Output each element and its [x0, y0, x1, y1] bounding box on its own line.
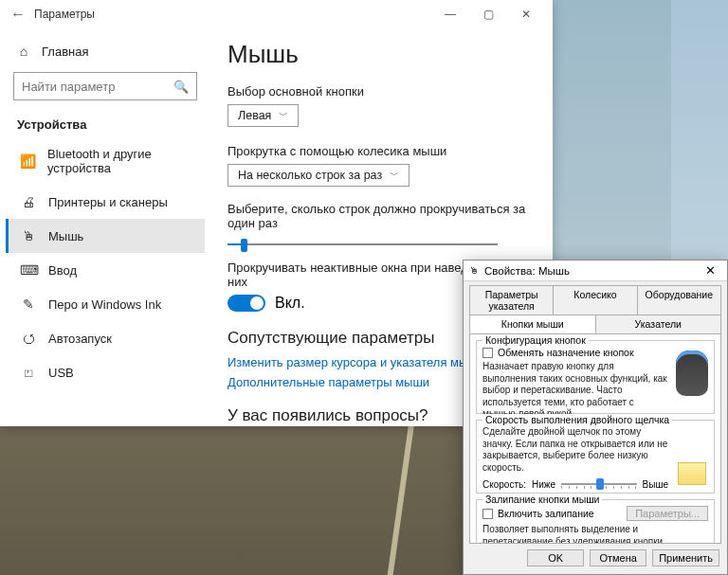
home-label: Главная [42, 45, 88, 59]
swap-buttons-checkbox[interactable] [482, 348, 493, 358]
group1-title: Конфигурация кнопок [482, 334, 589, 346]
minimize-button[interactable]: — [431, 0, 469, 28]
nav-label: USB [48, 366, 74, 380]
tab-hardware[interactable]: Оборудование [637, 285, 721, 314]
page-heading: Мышь [228, 40, 536, 69]
swap-buttons-label: Обменять назначение кнопок [498, 347, 634, 358]
swap-buttons-desc: Назначает правую кнопку для выполнения т… [482, 361, 668, 421]
speed-fast: Выше [643, 479, 668, 490]
primary-button-value: Левая [238, 109, 271, 122]
dialog-titlebar[interactable]: 🖱 Свойства: Мышь ✕ [464, 261, 727, 281]
clicklock-desc: Позволяет выполнять выделение и перетаск… [482, 524, 704, 544]
home-icon: ⌂ [15, 44, 32, 59]
dialog-title: Свойства: Мышь [484, 265, 570, 277]
tab-pointer-options[interactable]: Параметры указателя [469, 285, 554, 314]
sidebar-home[interactable]: ⌂ Главная [6, 38, 205, 64]
doubleclick-slider[interactable] [561, 477, 637, 491]
sidebar-item-typing[interactable]: ⌨ Ввод [6, 253, 205, 287]
tab-buttons[interactable]: Кнопки мыши [469, 314, 596, 333]
scroll-dropdown[interactable]: На несколько строк за раз ﹀ [228, 164, 410, 187]
sidebar-item-pen[interactable]: ✎ Перо и Windows Ink [6, 287, 205, 321]
dialog-tabs: Параметры указателя Колесико Оборудовани… [464, 281, 727, 333]
keyboard-icon: ⌨ [20, 262, 37, 278]
cancel-button[interactable]: Отмена [590, 549, 646, 566]
mouse-properties-dialog: 🖱 Свойства: Мышь ✕ Параметры указателя К… [463, 260, 728, 575]
mouse-small-icon: 🖱 [469, 265, 479, 276]
nav-label: Перо и Windows Ink [48, 297, 161, 312]
group2-title: Скорость выполнения двойного щелчка [482, 414, 672, 425]
dialog-close-button[interactable]: ✕ [699, 263, 721, 278]
maximize-button[interactable]: ▢ [469, 0, 507, 28]
group-doubleclick: Скорость выполнения двойного щелчка Сдел… [476, 420, 715, 494]
printer-icon: 🖨 [20, 194, 37, 209]
primary-button-label: Выбор основной кнопки [228, 84, 536, 99]
speed-slow: Ниже [532, 479, 555, 490]
lines-slider[interactable] [228, 236, 498, 253]
dialog-button-row: OK Отмена Применить [464, 544, 727, 574]
nav-label: Ввод [48, 263, 77, 278]
clicklock-checkbox[interactable] [482, 509, 493, 519]
nav-label: Мышь [48, 229, 83, 243]
group-button-config: Конфигурация кнопок Обменять назначение … [476, 340, 715, 414]
clicklock-label: Включить залипание [498, 508, 594, 519]
speed-label: Скорость: [482, 479, 526, 490]
usb-icon: ⏍ [20, 365, 37, 380]
settings-title: Параметры [34, 8, 95, 21]
sidebar-item-mouse[interactable]: 🖱 Мышь [6, 219, 205, 253]
sidebar-item-autoplay[interactable]: ⭯ Автозапуск [6, 321, 205, 355]
sidebar-item-usb[interactable]: ⏍ USB [6, 355, 205, 389]
sidebar-item-printers[interactable]: 🖨 Принтеры и сканеры [6, 185, 205, 219]
autoplay-icon: ⭯ [20, 331, 37, 346]
search-placeholder: Найти параметр [22, 80, 115, 94]
tab-page-buttons: Конфигурация кнопок Обменять назначение … [469, 333, 721, 544]
mouse-icon: 🖱 [20, 228, 37, 243]
chevron-down-icon: ﹀ [279, 109, 288, 122]
scroll-value: На несколько строк за раз [238, 169, 382, 182]
primary-button-dropdown[interactable]: Левая ﹀ [228, 104, 299, 127]
category-title: Устройства [6, 110, 205, 137]
mouse-illustration [676, 350, 708, 396]
lines-label: Выберите, сколько строк должно прокручив… [228, 202, 536, 230]
sidebar-item-bluetooth[interactable]: 📶 Bluetooth и другие устройства [6, 137, 205, 185]
search-input[interactable]: Найти параметр 🔍 [13, 72, 197, 100]
group3-title: Залипание кнопки мыши [482, 494, 602, 505]
bluetooth-icon: 📶 [20, 153, 36, 169]
pen-icon: ✎ [20, 296, 37, 312]
tab-wheel[interactable]: Колесико [553, 285, 637, 314]
back-icon[interactable]: ← [8, 6, 28, 23]
folder-illustration[interactable] [678, 462, 706, 485]
apply-button[interactable]: Применить [652, 549, 719, 566]
nav-label: Принтеры и сканеры [48, 195, 168, 209]
ok-button[interactable]: OK [527, 549, 584, 566]
scroll-label: Прокрутка с помощью колесика мыши [228, 144, 536, 158]
nav-label: Bluetooth и другие устройства [47, 147, 193, 175]
doubleclick-desc: Сделайте двойной щелчок по этому значку.… [482, 426, 668, 474]
settings-titlebar[interactable]: ← Параметры — ▢ ✕ [0, 0, 553, 28]
chevron-down-icon: ﹀ [390, 169, 399, 182]
settings-sidebar: ⌂ Главная Найти параметр 🔍 Устройства 📶 … [0, 28, 210, 426]
nav-label: Автозапуск [48, 332, 112, 346]
group-clicklock: Залипание кнопки мыши Включить залипание… [476, 499, 715, 544]
toggle-state: Вкл. [275, 295, 305, 312]
tab-pointers[interactable]: Указатели [595, 314, 722, 333]
inactive-toggle[interactable] [228, 295, 265, 312]
close-button[interactable]: ✕ [507, 0, 545, 28]
search-icon: 🔍 [173, 80, 189, 94]
clicklock-settings-button[interactable]: Параметры... [627, 506, 708, 521]
